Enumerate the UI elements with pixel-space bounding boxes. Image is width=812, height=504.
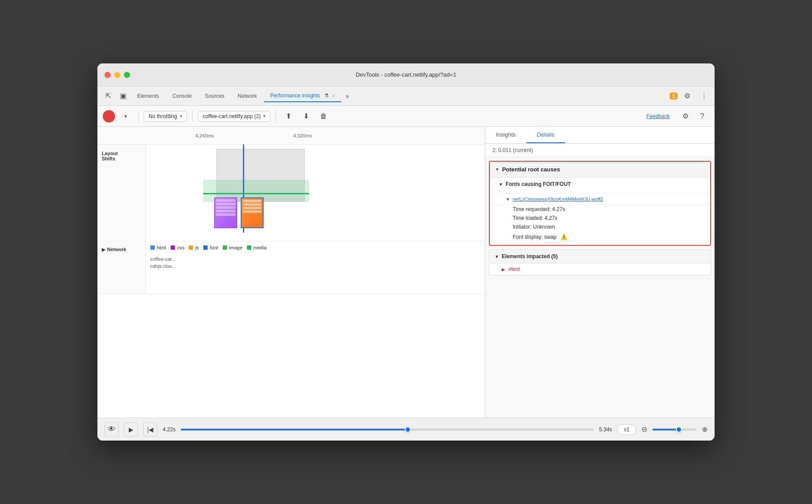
- elements-impacted-header[interactable]: ▼ Elements impacted (5): [489, 249, 711, 263]
- timeline-header: 4,240ms 4,320ms: [97, 127, 485, 145]
- speed-badge[interactable]: x1: [617, 424, 636, 435]
- elements-title: Elements impacted (5): [502, 253, 558, 259]
- zoom-out-icon[interactable]: ⊖: [641, 425, 647, 434]
- settings-icon[interactable]: ⚙: [680, 89, 694, 103]
- text-element[interactable]: ▶ #text: [489, 263, 711, 275]
- initiator-row: Initiator: Unknown: [490, 222, 710, 231]
- toolbar: ▾ No throttling ▾ coffee-cart.netlify.ap…: [97, 106, 715, 127]
- window-controls: [104, 72, 130, 78]
- font-file-link[interactable]: ▼ neILzCirqoswsqX9zoKmM4MwWJU.woff2: [490, 194, 710, 205]
- panel-content[interactable]: 2: 0.011 (current) ▼ Potential root caus…: [485, 144, 715, 418]
- timeline-content[interactable]: Layout Shifts: [97, 145, 485, 418]
- zoom-in-icon[interactable]: ⊕: [702, 425, 708, 434]
- html-dot: [150, 245, 155, 250]
- zoom-slider[interactable]: [652, 429, 697, 430]
- devtools-pointer-icon[interactable]: ⇱: [101, 89, 115, 103]
- tab-more-button[interactable]: »: [342, 91, 353, 101]
- network-label: ▶ Network: [97, 241, 146, 294]
- url-dropdown[interactable]: coffee-cart.netlify.app (2) ▾: [198, 111, 271, 122]
- fonts-title: Fonts causing FOIT/FOUT: [506, 181, 571, 187]
- js-dot: [189, 245, 193, 250]
- record-button[interactable]: [103, 110, 115, 122]
- zoom-thumb[interactable]: [676, 426, 682, 433]
- skip-start-button[interactable]: |◀: [143, 422, 157, 437]
- settings-button[interactable]: ⚙: [678, 109, 693, 123]
- feedback-link[interactable]: Feedback: [646, 113, 670, 119]
- screenshot-button[interactable]: 👁: [104, 422, 119, 437]
- playback-slider[interactable]: [181, 429, 594, 430]
- legend-image: image: [223, 245, 242, 250]
- devtools-device-icon[interactable]: ▣: [116, 89, 130, 103]
- screenshot-thumbnail-2[interactable]: [241, 197, 264, 228]
- notification-badge[interactable]: 1: [670, 93, 678, 100]
- panel-tabs: Insights Details: [485, 127, 715, 144]
- playback-slider-container[interactable]: [181, 429, 594, 430]
- timeline-panel: 4,240ms 4,320ms Layout Shifts: [97, 127, 485, 418]
- network-url-2[interactable]: cdnjs.clou...: [150, 263, 480, 270]
- tab-console[interactable]: Console: [166, 90, 198, 102]
- layout-shifts-content[interactable]: [146, 145, 485, 241]
- title-bar: DevTools - coffee-cart.netlify.app/?ad=1: [97, 63, 715, 86]
- throttling-label: No throttling: [149, 113, 177, 119]
- media-dot: [247, 245, 251, 250]
- fonts-header[interactable]: ▼ Fonts causing FOIT/FOUT: [499, 181, 705, 187]
- maximize-button[interactable]: [124, 72, 130, 78]
- help-button[interactable]: ?: [695, 109, 709, 123]
- legend-media: media: [247, 245, 267, 250]
- separator-3: [276, 110, 276, 122]
- network-row: ▶ Network html css: [97, 241, 485, 294]
- legend-font: font: [203, 245, 218, 250]
- network-content: html css js: [146, 241, 485, 294]
- download-button[interactable]: ⬇: [299, 109, 313, 123]
- slider-thumb[interactable]: [405, 426, 411, 433]
- upload-button[interactable]: ⬆: [281, 109, 295, 123]
- version-line: 2: 0.011 (current): [485, 144, 715, 157]
- delete-button[interactable]: 🗑: [317, 109, 331, 123]
- network-triangle[interactable]: ▶: [102, 247, 105, 252]
- root-causes-triangle: ▼: [495, 167, 499, 172]
- time-loaded-row: Time loaded: 4.27s: [490, 214, 710, 222]
- tab-elements[interactable]: Elements: [131, 90, 165, 102]
- green-line: [203, 193, 309, 194]
- separator-2: [192, 110, 193, 122]
- tab-sources[interactable]: Sources: [199, 90, 231, 102]
- warning-icon: ⚠️: [560, 233, 568, 241]
- fonts-triangle: ▼: [499, 182, 503, 187]
- fonts-foit-subsection: ▼ Fonts causing FOIT/FOUT: [490, 178, 710, 194]
- close-button[interactable]: [104, 72, 111, 78]
- tab-performance-insights[interactable]: Performance insights ⚗ ×: [264, 90, 341, 102]
- time-end-label: 5.34s: [599, 426, 612, 433]
- screenshot-thumbnail-1[interactable]: [214, 197, 237, 228]
- layout-shifts-row: Layout Shifts: [97, 145, 485, 241]
- font-dot: [203, 245, 208, 250]
- network-urls: coffee-car... cdnjs.clou...: [146, 254, 485, 271]
- throttling-dropdown[interactable]: No throttling ▾: [144, 111, 187, 122]
- legend-css: css: [171, 245, 185, 250]
- window-title: DevTools - coffee-cart.netlify.app/?ad=1: [356, 71, 456, 78]
- main-content: 4,240ms 4,320ms Layout Shifts: [97, 127, 715, 418]
- network-url-1[interactable]: coffee-car...: [150, 256, 480, 263]
- potential-root-causes-header[interactable]: ▼ Potential root causes: [490, 162, 710, 178]
- tab-close-icon[interactable]: ×: [332, 93, 335, 98]
- timeline-ruler: 4,240ms 4,320ms: [151, 133, 480, 138]
- record-arrow-icon[interactable]: ▾: [119, 109, 133, 123]
- more-options-icon[interactable]: ⋮: [697, 89, 711, 103]
- tab-details[interactable]: Details: [526, 127, 565, 143]
- font-filename[interactable]: neILzCirqoswsqX9zoKmM4MwWJU.woff2: [513, 196, 603, 202]
- minimize-button[interactable]: [114, 72, 120, 78]
- font-display-row: Font display: swap ⚠️: [490, 231, 710, 245]
- tab-flask-icon: ⚗: [324, 93, 329, 99]
- devtools-window: DevTools - coffee-cart.netlify.app/?ad=1…: [97, 63, 715, 441]
- tab-network[interactable]: Network: [231, 90, 263, 102]
- font-file-triangle: ▼: [506, 197, 510, 202]
- tab-bar: ⇱ ▣ Elements Console Sources Network Per…: [97, 86, 715, 106]
- elements-impacted-section: ▼ Elements impacted (5) ▶ #text: [489, 249, 711, 275]
- play-button[interactable]: ▶: [124, 422, 138, 437]
- ruler-marker-1: 4,240ms: [195, 133, 214, 138]
- layout-shifts-bars: [146, 145, 485, 241]
- layout-shifts-label: Layout Shifts: [97, 145, 146, 241]
- tab-insights[interactable]: Insights: [485, 127, 526, 143]
- tab-right-actions: 1 ⚙ ⋮: [670, 89, 711, 103]
- slider-fill: [181, 429, 408, 430]
- elements-triangle: ▼: [495, 254, 499, 259]
